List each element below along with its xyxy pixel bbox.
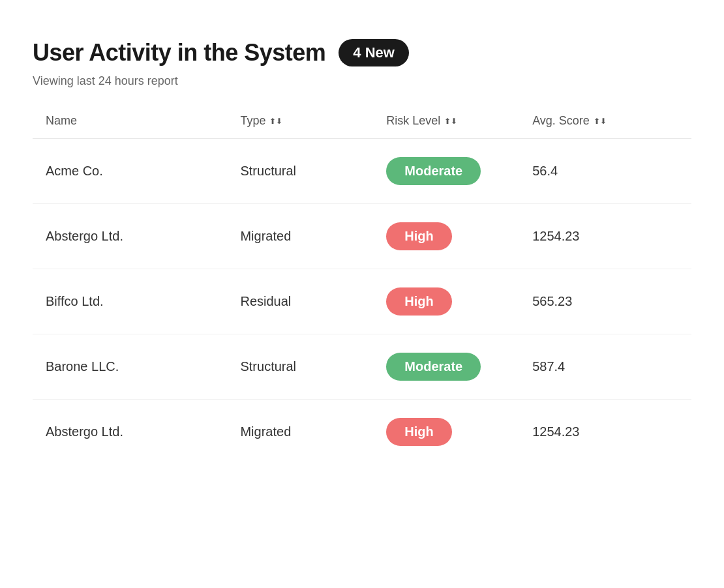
table-row: Abstergo Ltd. Migrated High 1254.23 <box>33 204 691 269</box>
table-body: Acme Co. Structural Moderate 56.4 Abster… <box>33 139 691 464</box>
table-row: Barone LLC. Structural Moderate 587.4 <box>33 334 691 400</box>
subtitle: Viewing last 24 hours report <box>33 74 691 88</box>
cell-name: Abstergo Ltd. <box>46 229 240 244</box>
col-header-risk[interactable]: Risk Level ⬆⬇ <box>386 114 532 128</box>
table-row: Acme Co. Structural Moderate 56.4 <box>33 139 691 204</box>
risk-badge: High <box>386 222 451 250</box>
page-container: User Activity in the System 4 New Viewin… <box>33 39 691 464</box>
header-row: User Activity in the System 4 New <box>33 39 691 66</box>
cell-type: Residual <box>240 294 386 309</box>
col-header-type[interactable]: Type ⬆⬇ <box>240 114 386 128</box>
risk-badge: Moderate <box>386 157 481 185</box>
page-title: User Activity in the System <box>33 39 325 66</box>
cell-score: 587.4 <box>532 359 678 374</box>
sort-icon-type: ⬆⬇ <box>269 117 282 125</box>
cell-risk: Moderate <box>386 353 532 381</box>
cell-risk: Moderate <box>386 157 532 185</box>
cell-type: Migrated <box>240 424 386 439</box>
sort-icon-risk: ⬆⬇ <box>444 117 457 125</box>
risk-badge: High <box>386 287 451 316</box>
table-row: Abstergo Ltd. Migrated High 1254.23 <box>33 400 691 464</box>
new-badge: 4 New <box>339 39 409 66</box>
cell-score: 1254.23 <box>532 229 678 244</box>
risk-badge: Moderate <box>386 353 481 381</box>
cell-score: 56.4 <box>532 164 678 179</box>
table-container: Name Type ⬆⬇ Risk Level ⬆⬇ Avg. Score ⬆⬇… <box>33 114 691 464</box>
cell-type: Migrated <box>240 229 386 244</box>
col-header-score[interactable]: Avg. Score ⬆⬇ <box>532 114 678 128</box>
table-row: Biffco Ltd. Residual High 565.23 <box>33 269 691 334</box>
cell-risk: High <box>386 418 532 446</box>
cell-type: Structural <box>240 359 386 374</box>
sort-icon-score: ⬆⬇ <box>594 117 607 125</box>
cell-name: Barone LLC. <box>46 359 240 374</box>
risk-badge: High <box>386 418 451 446</box>
table-header: Name Type ⬆⬇ Risk Level ⬆⬇ Avg. Score ⬆⬇ <box>33 114 691 139</box>
cell-score: 1254.23 <box>532 424 678 439</box>
col-header-name: Name <box>46 114 240 128</box>
cell-risk: High <box>386 287 532 316</box>
cell-risk: High <box>386 222 532 250</box>
cell-name: Abstergo Ltd. <box>46 424 240 439</box>
cell-name: Acme Co. <box>46 164 240 179</box>
cell-score: 565.23 <box>532 294 678 309</box>
cell-type: Structural <box>240 164 386 179</box>
cell-name: Biffco Ltd. <box>46 294 240 309</box>
